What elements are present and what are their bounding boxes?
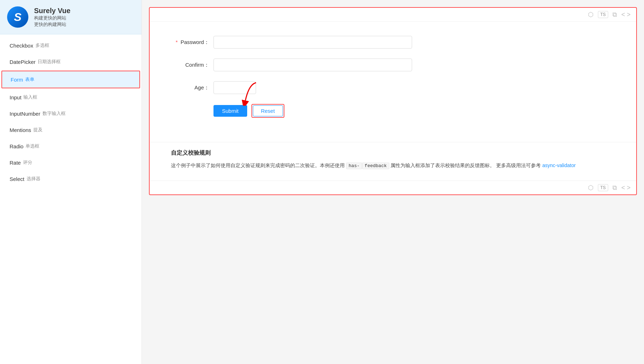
form-container: * Password： Confirm： Age： — [150, 22, 636, 142]
code-icon-bottom[interactable]: < > — [621, 184, 631, 192]
age-input[interactable] — [213, 81, 256, 94]
sidebar-item-select[interactable]: Select 选择器 — [0, 171, 141, 187]
password-label: * Password： — [171, 39, 213, 46]
copy-icon-top[interactable]: ⧉ — [612, 11, 617, 18]
form-item-age: Age： — [171, 81, 615, 94]
code-feedback: feedback — [362, 162, 389, 169]
logo-letter: S — [14, 11, 21, 24]
sidebar-header: S Surely Vue 构建更快的网站 更快的构建网站 — [0, 0, 141, 34]
required-asterisk: * — [176, 39, 178, 45]
desc-text-part2: 属性为输入框添加了表示校验结果的反馈图标。 更多高级用法可参考 — [389, 162, 543, 168]
3d-icon-top[interactable]: ⬡ — [588, 11, 594, 18]
brand-text: Surely Vue 构建更快的网站 更快的构建网站 — [34, 7, 71, 28]
description-text: 这个例子中展示了如何使用自定义验证规则来完成密码的二次验证。本例还使用 has-… — [171, 161, 615, 170]
sidebar-item-form[interactable]: Form 表单 — [1, 71, 140, 88]
3d-icon-bottom[interactable]: ⬡ — [588, 184, 594, 192]
confirm-input[interactable] — [213, 59, 412, 71]
desc-text-part1: 这个例子中展示了如何使用自定义验证规则来完成密码的二次验证。本例还使用 — [171, 162, 346, 168]
form-item-confirm: Confirm： — [171, 59, 615, 71]
sidebar-item-datepicker[interactable]: DatePicker 日期选择框 — [0, 54, 141, 70]
demo-card: ⬡ TS ⧉ < > * Password： Confirm： Age — [149, 7, 637, 195]
brand-name: Surely Vue — [34, 7, 71, 15]
sidebar-item-inputnumber[interactable]: InputNumber 数字输入框 — [0, 105, 141, 122]
ts-badge-bottom[interactable]: TS — [598, 184, 608, 191]
sidebar: S Surely Vue 构建更快的网站 更快的构建网站 Checkbox 多选… — [0, 0, 142, 364]
reset-button[interactable]: Reset — [253, 105, 283, 116]
age-label: Age： — [171, 84, 213, 91]
ts-badge-top[interactable]: TS — [598, 11, 608, 18]
bottom-toolbar: ⬡ TS ⧉ < > — [150, 181, 636, 194]
password-input[interactable] — [213, 36, 412, 49]
brand-sub1: 构建更快的网站 — [34, 15, 71, 21]
submit-button[interactable]: Submit — [213, 105, 247, 117]
main-content: ⬡ TS ⧉ < > * Password： Confirm： Age — [142, 0, 644, 364]
description-section: 自定义校验规则 这个例子中展示了如何使用自定义验证规则来完成密码的二次验证。本例… — [150, 142, 636, 181]
brand-logo: S — [7, 6, 28, 28]
reset-button-wrapper: Reset — [251, 104, 284, 118]
sidebar-item-rate[interactable]: Rate 评分 — [0, 154, 141, 171]
sidebar-item-radio[interactable]: Radio 单选框 — [0, 138, 141, 154]
description-title: 自定义校验规则 — [171, 149, 615, 157]
confirm-label: Confirm： — [171, 62, 213, 68]
code-has: has- — [346, 162, 362, 169]
form-actions: Submit Reset — [171, 104, 615, 118]
top-toolbar: ⬡ TS ⧉ < > — [150, 8, 636, 22]
async-validator-link[interactable]: async-validator — [542, 162, 576, 168]
sidebar-item-mentions[interactable]: Mentions 提及 — [0, 122, 141, 138]
form-item-password: * Password： — [171, 36, 615, 49]
sidebar-item-checkbox[interactable]: Checkbox 多选框 — [0, 37, 141, 54]
code-icon-top[interactable]: < > — [621, 11, 631, 18]
copy-icon-bottom[interactable]: ⧉ — [612, 184, 617, 192]
sidebar-item-input[interactable]: Input 输入框 — [0, 89, 141, 105]
brand-sub2: 更快的构建网站 — [34, 21, 71, 28]
nav-list: Checkbox 多选框 DatePicker 日期选择框 Form 表单 In… — [0, 34, 141, 190]
